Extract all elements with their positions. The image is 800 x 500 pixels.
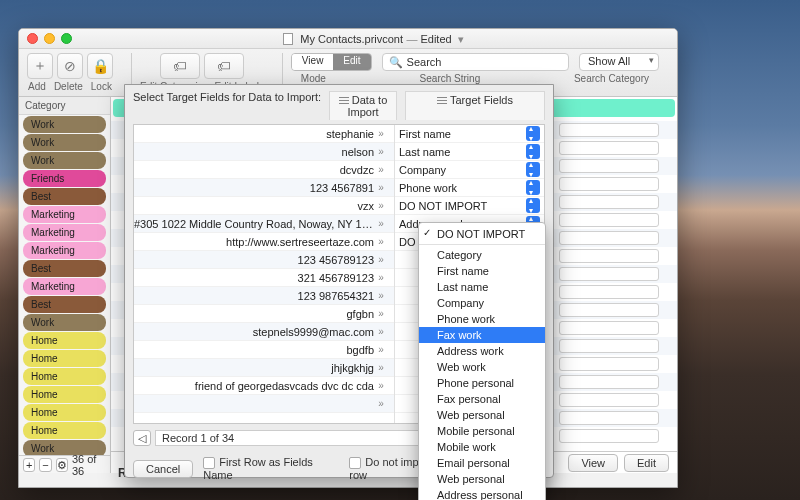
contact-field[interactable] <box>559 141 659 155</box>
sidebar-item[interactable]: Home <box>23 422 106 439</box>
document-icon <box>283 33 293 45</box>
close-icon[interactable] <box>27 33 38 44</box>
target-field-dropdown[interactable]: DO NOT IMPORTCategoryFirst nameLast name… <box>418 222 546 500</box>
sidebar-item[interactable]: Marketing <box>23 206 106 223</box>
sidebar-item[interactable]: Marketing <box>23 242 106 259</box>
contact-field[interactable] <box>559 231 659 245</box>
category-sublabel: Search Category <box>574 73 649 84</box>
dropdown-option[interactable]: Mobile personal <box>419 423 545 439</box>
dropdown-option[interactable]: Fax personal <box>419 391 545 407</box>
add-button[interactable]: ＋ <box>27 53 53 79</box>
dropdown-option[interactable]: Address personal <box>419 487 545 500</box>
first-row-checkbox[interactable]: First Row as Fields Name <box>203 456 339 481</box>
contact-field[interactable] <box>559 357 659 371</box>
contact-field[interactable] <box>559 393 659 407</box>
target-select[interactable]: First name <box>395 125 544 143</box>
dropdown-option[interactable]: Company <box>419 295 545 311</box>
contact-field[interactable] <box>559 375 659 389</box>
stepper-icon[interactable] <box>526 198 540 213</box>
search-input[interactable]: 🔍 Search <box>382 53 569 71</box>
contact-field[interactable] <box>559 213 659 227</box>
sidebar-item[interactable]: Work <box>23 314 106 331</box>
remove-category-button[interactable]: − <box>39 458 51 472</box>
sidebar-item[interactable]: Home <box>23 332 106 349</box>
sidebar-item[interactable]: Home <box>23 404 106 421</box>
prev-record-button[interactable]: ◁ <box>133 430 151 446</box>
delete-button[interactable]: ⊘ <box>57 53 83 79</box>
dropdown-option[interactable]: Web personal <box>419 471 545 487</box>
sidebar-item[interactable]: Marketing <box>23 278 106 295</box>
edit-categories-button[interactable]: 🏷 <box>160 53 200 79</box>
sidebar-item[interactable]: Home <box>23 350 106 367</box>
dropdown-option[interactable]: DO NOT IMPORT <box>419 226 545 242</box>
contact-field[interactable] <box>559 303 659 317</box>
dropdown-option[interactable]: Phone personal <box>419 375 545 391</box>
arrow-right-icon: » <box>374 380 388 391</box>
data-row: bgdfb» <box>134 341 394 359</box>
data-row: 123 987654321» <box>134 287 394 305</box>
sidebar-item[interactable]: Work <box>23 134 106 151</box>
dropdown-option[interactable]: Phone work <box>419 311 545 327</box>
dropdown-option[interactable]: First name <box>419 263 545 279</box>
zoom-icon[interactable] <box>61 33 72 44</box>
category-filter-select[interactable]: Show All <box>579 53 659 71</box>
target-select[interactable]: Phone work <box>395 179 544 197</box>
contact-field[interactable] <box>559 321 659 335</box>
arrow-right-icon: » <box>374 128 388 139</box>
contact-field[interactable] <box>559 411 659 425</box>
data-column[interactable]: stephanie»nelson»dcvdzc»123 4567891»vzx»… <box>134 125 394 423</box>
sidebar-item[interactable]: Work <box>23 152 106 169</box>
add-category-button[interactable]: + <box>23 458 35 472</box>
edit-labels-button[interactable]: 🏷 <box>204 53 244 79</box>
minimize-icon[interactable] <box>44 33 55 44</box>
contact-field[interactable] <box>559 177 659 191</box>
dropdown-option[interactable]: Address work <box>419 343 545 359</box>
data-row: vzx» <box>134 197 394 215</box>
edit-button[interactable]: Edit <box>624 454 669 472</box>
dropdown-option[interactable]: Fax work <box>419 327 545 343</box>
mode-segmented[interactable]: View Edit <box>291 53 372 71</box>
dropdown-option[interactable]: Web work <box>419 359 545 375</box>
sidebar-item[interactable]: Marketing <box>23 224 106 241</box>
contact-field[interactable] <box>559 159 659 173</box>
view-button[interactable]: View <box>568 454 618 472</box>
contact-field[interactable] <box>559 123 659 137</box>
gear-icon[interactable]: ⚙ <box>56 458 68 472</box>
sidebar-item[interactable]: Home <box>23 368 106 385</box>
sidebar-item[interactable]: Home <box>23 386 106 403</box>
contact-field[interactable] <box>559 267 659 281</box>
dropdown-option[interactable]: Category <box>419 247 545 263</box>
category-list[interactable]: WorkWorkWorkFriendsBestMarketingMarketin… <box>19 115 110 455</box>
data-row: jhjkgkhjg» <box>134 359 394 377</box>
target-select[interactable]: Company <box>395 161 544 179</box>
arrow-right-icon: » <box>374 146 388 157</box>
dropdown-option[interactable]: Last name <box>419 279 545 295</box>
target-select[interactable]: Last name <box>395 143 544 161</box>
mode-edit[interactable]: Edit <box>333 54 370 70</box>
sidebar-item[interactable]: Best <box>23 188 106 205</box>
target-select[interactable]: DO NOT IMPORT <box>395 197 544 215</box>
stepper-icon[interactable] <box>526 126 540 141</box>
sidebar-item[interactable]: Best <box>23 260 106 277</box>
sidebar-item[interactable]: Work <box>23 116 106 133</box>
stepper-icon[interactable] <box>526 162 540 177</box>
cancel-button[interactable]: Cancel <box>133 460 193 478</box>
contact-field[interactable] <box>559 195 659 209</box>
arrow-right-icon: » <box>374 272 388 283</box>
dropdown-option[interactable]: Mobile work <box>419 439 545 455</box>
contact-field[interactable] <box>559 249 659 263</box>
data-row: gfgbn» <box>134 305 394 323</box>
sidebar-item[interactable]: Best <box>23 296 106 313</box>
mode-view[interactable]: View <box>292 54 334 70</box>
stepper-icon[interactable] <box>526 180 540 195</box>
contact-field[interactable] <box>559 429 659 443</box>
stepper-icon[interactable] <box>526 144 540 159</box>
search-sublabel: Search String <box>420 73 481 84</box>
sidebar-item[interactable]: Friends <box>23 170 106 187</box>
contact-field[interactable] <box>559 339 659 353</box>
chevron-down-icon[interactable]: ▾ <box>458 33 464 45</box>
contact-field[interactable] <box>559 285 659 299</box>
dropdown-option[interactable]: Web personal <box>419 407 545 423</box>
lock-button[interactable]: 🔒 <box>87 53 113 79</box>
dropdown-option[interactable]: Email personal <box>419 455 545 471</box>
